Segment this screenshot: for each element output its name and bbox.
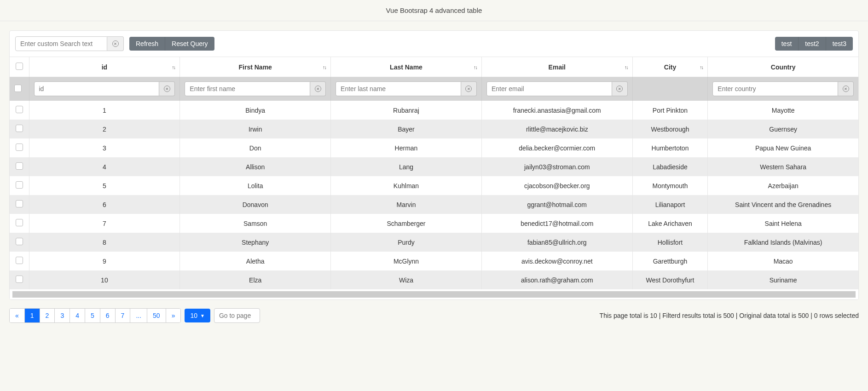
- table-row: 1BindyaRubanrajfranecki.anastasia@gmail.…: [10, 101, 858, 120]
- filter-cell-country: ×: [708, 77, 858, 101]
- page-item[interactable]: 2: [40, 309, 55, 322]
- filter-input-country[interactable]: [712, 81, 838, 96]
- page-item[interactable]: 5: [85, 309, 100, 322]
- filter-cell-id: ×: [29, 77, 180, 101]
- reset-query-button[interactable]: Reset Query: [165, 37, 214, 51]
- filter-clear-first_name[interactable]: ×: [310, 81, 326, 96]
- cell-city: Humbertoton: [632, 138, 708, 157]
- filter-clear-last_name[interactable]: ×: [461, 81, 477, 96]
- page-item[interactable]: 6: [100, 309, 116, 322]
- row-checkbox-cell: [10, 252, 29, 270]
- row-checkbox[interactable]: [16, 125, 23, 132]
- cell-country: Saint Helena: [708, 214, 858, 233]
- page-item[interactable]: 4: [70, 309, 85, 322]
- filter-cell-last_name: ×: [331, 77, 482, 101]
- table-footer: «1234567...50» 10 ▼ This page total is 1…: [9, 300, 859, 323]
- cell-email: cjacobson@becker.org: [481, 176, 632, 195]
- page-item[interactable]: 1: [25, 309, 40, 322]
- row-checkbox[interactable]: [16, 162, 23, 170]
- close-icon: ×: [843, 86, 849, 92]
- page-size-dropdown[interactable]: 10 ▼: [185, 309, 210, 322]
- column-header-label: Last Name: [390, 63, 422, 71]
- goto-page-input[interactable]: [214, 308, 260, 323]
- column-header-id[interactable]: id↑↓: [29, 57, 180, 77]
- cell-id: 1: [29, 101, 180, 120]
- cell-city: West Dorothyfurt: [632, 270, 708, 289]
- page-item[interactable]: 7: [116, 309, 131, 322]
- page-item[interactable]: «: [10, 309, 25, 322]
- cell-first_name: Irwin: [180, 120, 331, 138]
- cell-first_name: Bindya: [180, 101, 331, 120]
- page-item[interactable]: ...: [130, 309, 147, 322]
- page-list: «1234567...50»: [9, 308, 181, 323]
- cell-id: 5: [29, 176, 180, 195]
- page-item[interactable]: 3: [55, 309, 70, 322]
- filter-clear-email[interactable]: ×: [612, 81, 628, 96]
- sort-icon: ↑↓: [172, 64, 175, 70]
- row-checkbox[interactable]: [16, 219, 23, 226]
- test-button-2[interactable]: test2: [798, 37, 825, 51]
- search-clear-button[interactable]: ×: [107, 36, 124, 51]
- cell-id: 3: [29, 138, 180, 157]
- row-checkbox[interactable]: [16, 200, 23, 207]
- page-item[interactable]: »: [166, 309, 181, 322]
- filter-input-first_name[interactable]: [185, 81, 310, 96]
- row-checkbox-cell: [10, 214, 29, 233]
- cell-city: Westborough: [632, 120, 708, 138]
- column-header-first_name[interactable]: First Name↑↓: [180, 57, 331, 77]
- cell-city: Hollisfort: [632, 233, 708, 252]
- row-checkbox[interactable]: [16, 181, 23, 189]
- cell-last_name: Marvin: [331, 195, 482, 214]
- cell-last_name: McGlynn: [331, 252, 482, 270]
- cell-city: Garettburgh: [632, 252, 708, 270]
- footer-status-text: This page total is 10 | Filterd results …: [600, 312, 859, 319]
- row-checkbox[interactable]: [16, 106, 23, 113]
- cell-country: Mayotte: [708, 101, 858, 120]
- sort-icon: ↑↓: [625, 64, 628, 70]
- row-checkbox-cell: [10, 101, 29, 120]
- test-button-3[interactable]: test3: [826, 37, 853, 51]
- cell-first_name: Elza: [180, 270, 331, 289]
- sort-icon: ↑↓: [700, 64, 703, 70]
- select-all-checkbox[interactable]: [16, 63, 23, 70]
- test-button-group: testtest2test3: [775, 37, 853, 51]
- cell-id: 10: [29, 270, 180, 289]
- row-checkbox-cell: [10, 120, 29, 138]
- row-checkbox[interactable]: [16, 276, 23, 283]
- horizontal-scrollbar[interactable]: [12, 291, 856, 298]
- cell-first_name: Stephany: [180, 233, 331, 252]
- cell-last_name: Lang: [331, 157, 482, 176]
- cell-id: 6: [29, 195, 180, 214]
- page-size-value: 10: [190, 312, 197, 319]
- column-header-email[interactable]: Email↑↓: [481, 57, 632, 77]
- test-button-1[interactable]: test: [775, 37, 799, 51]
- close-icon: ×: [164, 86, 170, 92]
- filter-checkbox[interactable]: [14, 85, 22, 92]
- filter-clear-id[interactable]: ×: [159, 81, 175, 96]
- filter-input-id[interactable]: [34, 81, 160, 96]
- cell-email: ggrant@hotmail.com: [481, 195, 632, 214]
- filter-input-last_name[interactable]: [336, 81, 461, 96]
- column-header-city[interactable]: City↑↓: [632, 57, 708, 77]
- close-icon: ×: [112, 40, 119, 47]
- row-checkbox-cell: [10, 138, 29, 157]
- pagination: «1234567...50» 10 ▼: [9, 308, 260, 323]
- row-checkbox[interactable]: [16, 238, 23, 245]
- filter-cell-first_name: ×: [180, 77, 331, 101]
- column-header-label: Email: [549, 63, 566, 71]
- filter-input-email[interactable]: [486, 81, 612, 96]
- cell-last_name: Purdy: [331, 233, 482, 252]
- search-input[interactable]: [15, 36, 107, 51]
- row-checkbox-cell: [10, 176, 29, 195]
- cell-email: avis.deckow@conroy.net: [481, 252, 632, 270]
- cell-country: Papua New Guinea: [708, 138, 858, 157]
- row-checkbox[interactable]: [16, 144, 23, 151]
- column-header-last_name[interactable]: Last Name↑↓: [331, 57, 482, 77]
- table-row: 5LolitaKuhlmancjacobson@becker.orgMontym…: [10, 176, 858, 195]
- cell-city: Port Pinkton: [632, 101, 708, 120]
- horizontal-scrollbar-area: [10, 289, 858, 299]
- row-checkbox[interactable]: [16, 257, 23, 264]
- refresh-button[interactable]: Refresh: [129, 37, 165, 51]
- page-item[interactable]: 50: [147, 309, 166, 322]
- filter-clear-country[interactable]: ×: [838, 81, 854, 96]
